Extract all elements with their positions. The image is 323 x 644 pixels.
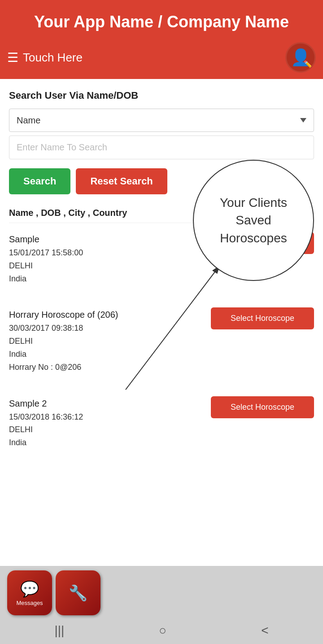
search-input[interactable]: [9, 136, 314, 159]
messages-button[interactable]: 💬 Messages: [7, 570, 52, 615]
nav-menu-button[interactable]: |||: [54, 623, 64, 638]
table-row: Horrary Horoscope of (206) 30/03/2017 09…: [9, 307, 314, 382]
result-city-2: DELHI: [9, 335, 211, 348]
menu-button[interactable]: ☰ Touch Here: [7, 50, 83, 65]
result-country-1: India: [9, 272, 211, 285]
tooltip-circle: Your Clients Saved Horoscopes: [193, 160, 314, 281]
result-country-2: India: [9, 348, 211, 361]
menu-label: Touch Here: [23, 51, 83, 65]
col-info-header: Name , DOB , City , Country: [9, 208, 202, 218]
search-area: Name DOB: [9, 109, 314, 159]
tools-icon: 🔧: [69, 584, 87, 602]
tools-button[interactable]: 🔧: [56, 570, 100, 615]
header: Your App Name / Company Name ☰ Touch Her…: [0, 0, 323, 79]
select-horoscope-button-3[interactable]: Select Horoscope: [211, 396, 314, 418]
result-name-3: Sample 2: [9, 396, 211, 411]
nav-home-button[interactable]: ○: [159, 623, 166, 638]
result-dob-3: 15/03/2018 16:36:12: [9, 411, 211, 424]
search-section-title: Search User Via Name/DOB: [9, 90, 314, 101]
hamburger-icon: ☰: [7, 50, 18, 65]
result-dob-1: 15/01/2017 15:58:00: [9, 246, 211, 259]
tooltip-text: Your Clients Saved Horoscopes: [194, 185, 313, 256]
result-name-2: Horrary Horoscope of (206): [9, 307, 211, 322]
result-name-1: Sample: [9, 232, 211, 246]
messages-icon: 💬: [20, 580, 39, 598]
nav-menu-icon: |||: [54, 623, 64, 637]
search-button[interactable]: Search: [9, 168, 70, 194]
messages-label: Messages: [16, 600, 43, 606]
search-type-dropdown[interactable]: Name DOB: [9, 109, 314, 132]
result-info-2: Horrary Horoscope of (206) 30/03/2017 09…: [9, 307, 211, 373]
reset-search-button[interactable]: Reset Search: [76, 168, 167, 194]
app-title: Your App Name / Company Name: [7, 8, 316, 38]
nav-back-button[interactable]: <: [261, 623, 268, 638]
result-city-1: DELHI: [9, 259, 211, 272]
avatar[interactable]: 👤 ✏️: [285, 42, 316, 73]
result-horrary-2: Horrary No : 0@206: [9, 361, 211, 374]
bottom-icons: 💬 Messages 🔧: [7, 570, 316, 615]
select-horoscope-button-2[interactable]: Select Horoscope: [211, 307, 314, 329]
nav-bar: ||| ○ <: [7, 620, 316, 640]
result-dob-2: 30/03/2017 09:38:18: [9, 322, 211, 335]
bottom-bar: 💬 Messages 🔧 ||| ○ <: [0, 566, 323, 644]
nav-home-icon: ○: [159, 623, 166, 637]
result-info-1: Sample 15/01/2017 15:58:00 DELHI India: [9, 232, 211, 285]
result-info-3: Sample 2 15/03/2018 16:36:12 DELHI India: [9, 396, 211, 449]
edit-avatar-icon: ✏️: [304, 60, 313, 69]
nav-back-icon: <: [261, 623, 268, 637]
table-row: Sample 2 15/03/2018 16:36:12 DELHI India…: [9, 396, 314, 458]
main-content: Search User Via Name/DOB Name DOB Search…: [0, 79, 323, 618]
result-country-3: India: [9, 436, 211, 449]
result-city-3: DELHI: [9, 423, 211, 436]
header-nav: ☰ Touch Here 👤 ✏️: [7, 38, 316, 79]
